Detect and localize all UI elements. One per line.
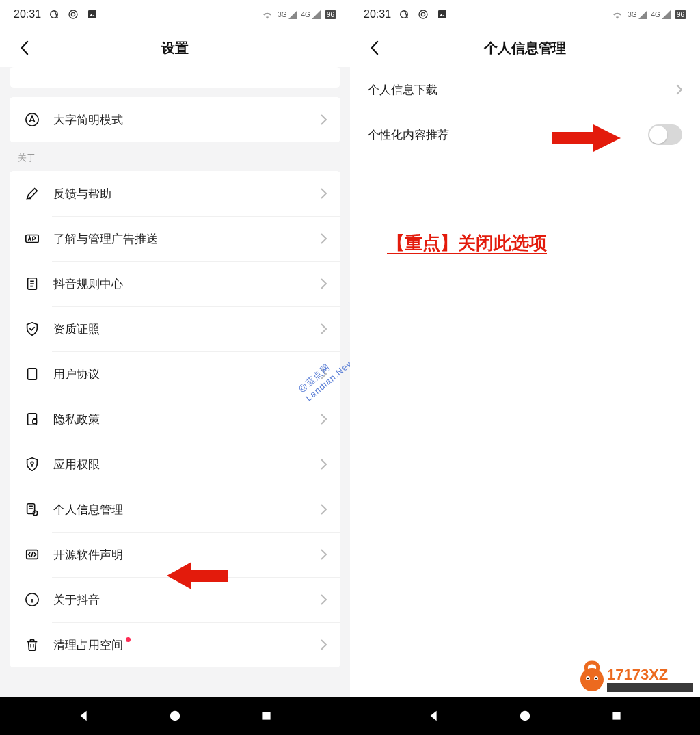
row-about-10[interactable]: 清理占用空间 [10, 622, 340, 667]
chevron-right-icon [321, 639, 327, 650]
code-icon [23, 546, 41, 563]
svg-point-11 [33, 511, 37, 515]
nav-recent-icon[interactable] [259, 708, 274, 723]
chevron-right-icon [321, 278, 327, 289]
doc-icon [23, 275, 41, 293]
chevron-right-icon [321, 323, 327, 334]
edit-icon [23, 185, 41, 202]
svg-point-0 [69, 10, 77, 18]
circle-icon [67, 8, 79, 21]
site-logo-17173xz: 17173XZ [577, 657, 700, 697]
nav-home-icon[interactable] [517, 708, 533, 723]
row-label: 隐私政策 [53, 412, 321, 427]
signal-4g: 4G [651, 10, 671, 19]
row-about-7[interactable]: 个人信息管理 [10, 487, 340, 532]
svg-point-23 [520, 711, 530, 721]
row-about-3[interactable]: 资质证照 [10, 306, 340, 351]
wifi-icon [611, 8, 623, 21]
page-title: 设置 [161, 39, 189, 57]
row-about-1[interactable]: 了解与管理广告推送 [10, 216, 340, 261]
svg-rect-8 [33, 420, 36, 424]
chevron-right-icon [321, 459, 327, 470]
row-label: 关于抖音 [53, 592, 321, 608]
row-download-personal-info[interactable]: 个人信息下载 [350, 67, 700, 112]
chevron-right-icon [321, 594, 327, 605]
mute-icon [398, 8, 410, 21]
row-personalized-recommendation[interactable]: 个性化内容推荐 [350, 112, 700, 157]
row-label: 个人信息管理 [53, 502, 321, 518]
back-button[interactable] [14, 37, 36, 59]
row-about-9[interactable]: 关于抖音 [10, 577, 340, 622]
svg-rect-31 [607, 683, 693, 692]
android-nav-bar [350, 697, 700, 735]
nav-back-icon[interactable] [77, 708, 92, 723]
nav-recent-icon[interactable] [609, 708, 624, 723]
red-dot-indicator [126, 637, 131, 642]
svg-point-16 [170, 711, 180, 721]
row-about-4[interactable]: 用户协议 [10, 351, 340, 397]
row-label: 开源软件声明 [53, 547, 321, 563]
chevron-right-icon [321, 233, 327, 244]
svg-point-25 [580, 668, 604, 691]
svg-rect-17 [262, 712, 270, 719]
lock-icon [23, 410, 41, 428]
chevron-right-icon [321, 114, 327, 125]
status-bar: 20:31 3G 4G 96 [350, 0, 700, 29]
chevron-right-icon [321, 188, 327, 199]
card-edge [10, 67, 340, 88]
row-label: 用户协议 [53, 366, 321, 382]
phone-settings-screen: 20:31 3G 4G 96 [0, 0, 350, 735]
row-label: 大字简明模式 [53, 112, 321, 128]
status-bar: 20:31 3G 4G 96 [0, 0, 350, 29]
svg-point-18 [419, 10, 427, 18]
ad-icon [23, 230, 41, 248]
row-about-6[interactable]: 应用权限 [10, 442, 340, 487]
chevron-right-icon [321, 414, 327, 425]
status-time: 20:31 [364, 8, 391, 21]
page-title: 个人信息管理 [484, 39, 566, 57]
row-about-8[interactable]: 开源软件声明 [10, 532, 340, 577]
mute-icon [48, 8, 60, 21]
row-label: 资质证照 [53, 321, 321, 337]
battery-badge: 96 [675, 10, 686, 19]
trash-icon [23, 636, 41, 654]
row-label: 抖音规则中心 [53, 276, 321, 292]
circle-icon [417, 8, 429, 21]
svg-marker-15 [80, 711, 86, 721]
about-list: 反馈与帮助了解与管理广告推送抖音规则中心资质证照用户协议隐私政策应用权限个人信息… [10, 171, 340, 667]
nav-home-icon[interactable] [167, 708, 183, 723]
row-label: 个人信息下载 [368, 82, 438, 98]
header: 设置 [0, 29, 350, 67]
info-icon [23, 591, 41, 609]
android-nav-bar [0, 697, 350, 735]
image-icon [86, 8, 98, 21]
annotation-text: 【重点】关闭此选项 [387, 231, 547, 255]
svg-marker-22 [430, 711, 436, 721]
svg-point-19 [421, 12, 425, 16]
nav-back-icon[interactable] [427, 708, 442, 723]
row-about-0[interactable]: 反馈与帮助 [10, 171, 340, 216]
row-label: 了解与管理广告推送 [53, 231, 321, 247]
svg-rect-2 [88, 10, 96, 18]
svg-point-1 [71, 12, 75, 16]
phone-personal-info-screen: 20:31 3G 4G 96 [350, 0, 700, 735]
signal-3g: 3G [628, 10, 647, 19]
row-about-2[interactable]: 抖音规则中心 [10, 261, 340, 306]
svg-rect-24 [612, 712, 620, 719]
svg-point-29 [595, 678, 597, 680]
svg-rect-20 [438, 10, 446, 18]
chevron-right-icon [676, 84, 682, 95]
row-large-font-mode[interactable]: 大字简明模式 [10, 97, 340, 142]
back-button[interactable] [364, 37, 386, 59]
battery-badge: 96 [325, 10, 336, 19]
wifi-icon [261, 8, 273, 21]
row-label: 反馈与帮助 [53, 186, 321, 202]
row-about-5[interactable]: 隐私政策 [10, 397, 340, 442]
status-time: 20:31 [14, 8, 41, 21]
toggle-personalized[interactable] [648, 124, 682, 145]
svg-point-28 [587, 678, 589, 680]
svg-rect-6 [28, 369, 37, 380]
info-gear-icon [23, 500, 41, 518]
image-icon [436, 8, 448, 21]
svg-rect-4 [26, 235, 38, 243]
